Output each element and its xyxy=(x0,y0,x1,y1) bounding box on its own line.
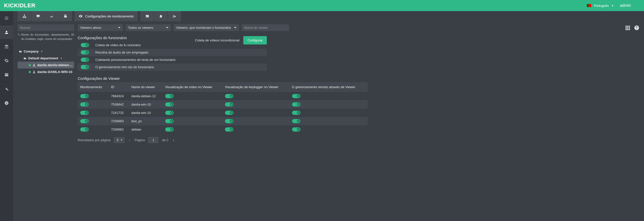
toolbar-bell[interactable] xyxy=(154,11,168,21)
toolbar-calendar[interactable] xyxy=(58,11,72,21)
tree-company[interactable]: Company ▼ xyxy=(18,48,74,55)
chevron-down-icon: ▼ xyxy=(611,4,614,7)
desktop-icon xyxy=(36,14,40,18)
bank-icon xyxy=(4,44,9,49)
toolbar-id-card[interactable] xyxy=(140,11,154,21)
users-cog-icon xyxy=(172,14,177,18)
setting-video-collection: Coleta de vídeo do fu ncionário xyxy=(78,41,267,49)
setting-label: Coleta de vídeo do fu ncionário xyxy=(95,43,141,47)
user-label: admin xyxy=(620,3,631,8)
toggle-video[interactable] xyxy=(165,94,174,98)
tab-monitoring-settings[interactable]: Configurações de monitoramento xyxy=(75,11,138,21)
nav-tools[interactable] xyxy=(0,82,13,96)
results-per-page-label: Resultados por página xyxy=(78,138,110,142)
filter-all-viewers[interactable]: Todos os viewers xyxy=(126,24,171,31)
cell-name: danila-debian-12 xyxy=(129,92,163,100)
tree-employee-2-label: danila DANILA-WIN-10 xyxy=(37,70,72,74)
nav-org[interactable] xyxy=(0,39,13,54)
toggle-video[interactable] xyxy=(165,127,174,132)
toggle-monitoring[interactable] xyxy=(80,111,89,115)
nav-employees[interactable] xyxy=(0,25,13,39)
toggle-remote-management[interactable] xyxy=(81,65,89,69)
toggle-keylogger[interactable] xyxy=(225,111,233,115)
chart-line-icon xyxy=(50,14,54,18)
wrench-icon xyxy=(4,87,9,91)
user-icon xyxy=(4,30,9,35)
toggle-video[interactable] xyxy=(165,102,174,107)
toggle-remote[interactable] xyxy=(292,94,301,98)
toggle-keylogger[interactable] xyxy=(225,102,233,107)
col-keylogger: Visualização de keylogger no Viewer xyxy=(222,82,289,92)
toggle-monitoring[interactable] xyxy=(80,102,89,107)
toggle-monitoring[interactable] xyxy=(80,119,89,123)
cell-name: danila-win-10 xyxy=(129,100,163,109)
toggle-monitoring[interactable] xyxy=(80,127,89,132)
toggle-remote[interactable] xyxy=(292,119,301,123)
search-input[interactable] xyxy=(18,24,74,31)
toggle-keystroke-collection[interactable] xyxy=(81,58,89,62)
topbar: KICKIDLER Português ▼ admin xyxy=(0,0,644,11)
configure-button[interactable]: Configurar xyxy=(243,36,267,44)
tree-employee-1[interactable]: danila danila-debian-... xyxy=(18,62,74,68)
toggle-keylogger[interactable] xyxy=(225,127,233,132)
help-icon[interactable] xyxy=(634,25,639,31)
toolbar-hierarchy[interactable] xyxy=(18,11,31,21)
grid-icon[interactable] xyxy=(625,25,630,31)
calendar-icon xyxy=(63,14,67,18)
setting-label: Recolha de áudio de um empregado xyxy=(95,51,148,54)
next-page-button[interactable]: › xyxy=(172,138,175,142)
page-label: Página xyxy=(135,138,145,142)
toolbar-users-cog[interactable] xyxy=(168,11,181,21)
bell-icon xyxy=(159,14,163,18)
cell-id: 7208963 xyxy=(108,117,129,125)
prev-page-button[interactable]: ‹ xyxy=(128,138,131,142)
table-row: 7864324danila-debian-12 xyxy=(78,92,368,100)
toolbar-monitor[interactable] xyxy=(31,11,45,21)
toggle-video[interactable] xyxy=(165,111,174,115)
nav-settings[interactable] xyxy=(0,54,13,68)
col-video: Visualização de vídeo no Viewer xyxy=(163,82,222,92)
viewer-name-input[interactable] xyxy=(242,24,289,31)
filter-active-viewers[interactable]: Viewers ativos xyxy=(78,24,123,31)
chevron-down-icon: ▼ xyxy=(41,50,43,53)
filter-monitoring-viewers[interactable]: Viewers, que monitoram o funcionário xyxy=(173,24,239,31)
table-header-row: Monitoramento ID Nome do viewer Visualiz… xyxy=(78,82,368,92)
toggle-remote[interactable] xyxy=(292,111,301,115)
page-input[interactable] xyxy=(148,137,158,143)
search-hint-text: Nome do funcionário, departamento, ID do… xyxy=(21,33,74,40)
user-menu[interactable]: admin xyxy=(618,3,631,8)
setting-audio-collection: Recolha de áudio de um empregado xyxy=(78,49,267,56)
section-viewer-settings: Configurações de Viewer xyxy=(78,76,639,81)
search-hint: ↖ Nome do funcionário, departamento, ID … xyxy=(18,33,74,41)
cell-name: test_pc xyxy=(129,117,163,125)
cell-id: 7864324 xyxy=(108,92,129,100)
per-page-select[interactable]: 5 xyxy=(114,137,124,143)
nav-reports[interactable] xyxy=(0,68,13,82)
layout: Configurações de monitoramento ↖ Nome do… xyxy=(0,11,644,221)
toggle-audio-collection[interactable] xyxy=(81,50,89,55)
flag-icon xyxy=(587,4,591,7)
status-online-icon xyxy=(29,64,31,66)
toggle-remote[interactable] xyxy=(292,127,301,132)
toggle-keylogger[interactable] xyxy=(225,94,233,98)
nav-dashboard[interactable] xyxy=(0,11,13,25)
sitemap-icon xyxy=(22,14,26,18)
table-row: 7208963test_pc xyxy=(78,117,368,125)
toggle-video-collection[interactable] xyxy=(81,43,89,47)
language-selector[interactable]: Português ▼ xyxy=(587,4,614,8)
toggle-remote[interactable] xyxy=(292,102,301,107)
nav-info[interactable] xyxy=(0,96,13,110)
tree-employee-1-label: danila danila-debian-... xyxy=(37,63,73,67)
status-online-icon xyxy=(29,71,31,73)
setting-label: Coletando pressionamentos de tecla de um… xyxy=(95,58,175,62)
tab-label: Configurações de monitoramento xyxy=(85,14,134,18)
toggle-monitoring[interactable] xyxy=(80,94,89,98)
toggle-video[interactable] xyxy=(165,119,174,123)
toolbar-chart[interactable] xyxy=(45,11,58,21)
col-id: ID xyxy=(108,82,129,92)
window-icon xyxy=(4,72,9,77)
tree-employee-2[interactable]: danila DANILA-WIN-10 xyxy=(18,68,74,75)
main-area: Configurações de monitoramento ↖ Nome do… xyxy=(13,11,644,221)
toggle-keylogger[interactable] xyxy=(225,119,233,123)
tree-department[interactable]: Default department ▼ xyxy=(18,55,74,62)
